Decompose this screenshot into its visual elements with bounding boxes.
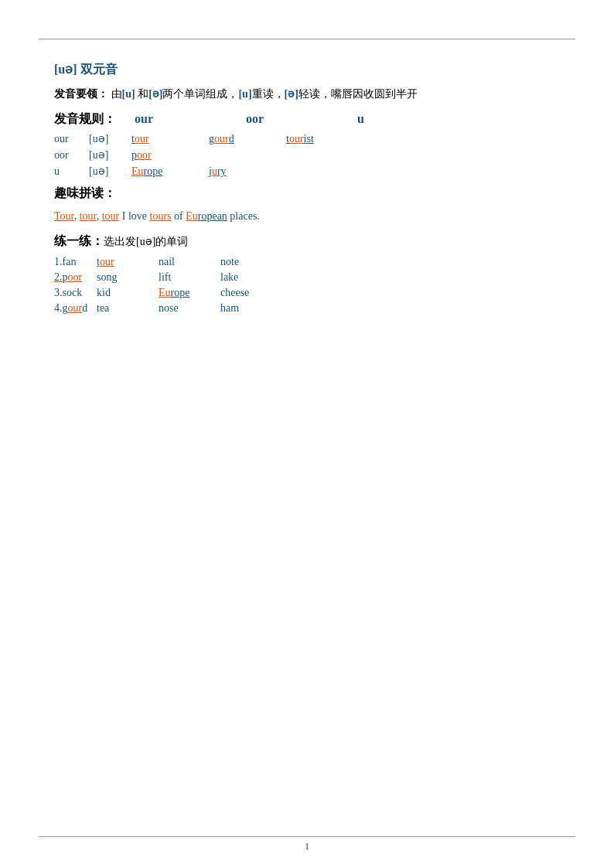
- rules-header-our: our: [135, 112, 196, 126]
- practice-row-3: 3.sock kid Europe cheese: [54, 287, 560, 299]
- fun-word-tours: tours: [150, 210, 172, 222]
- rule-row-our: our [uə] tour gourd tourist: [54, 132, 560, 145]
- phonetic-oor: [uə]: [89, 148, 131, 162]
- pr3-w1: kid: [97, 287, 159, 299]
- page-number: 1: [0, 841, 614, 853]
- pr1-w3: note: [220, 256, 290, 268]
- phonetic-u: [uə]: [89, 165, 131, 178]
- rules-title-text: 发音规则：: [54, 112, 116, 125]
- fun-word-ropean: ropean: [198, 210, 227, 222]
- pr1-num: 1.fan: [54, 256, 97, 268]
- practice-title: 练一练：选出发[uə]的单词: [54, 233, 560, 250]
- practice-rows: 1.fan tour nail note 2.poor song lift la…: [54, 256, 560, 315]
- top-border: [39, 39, 575, 39]
- fun-title: 趣味拼读：: [54, 186, 560, 202]
- word-europe: Europe: [131, 165, 209, 178]
- rule-row-oor: oor [uə] poor: [54, 148, 560, 162]
- pr2-w1: song: [97, 271, 159, 284]
- word-jury: jury: [209, 165, 227, 178]
- rules-header-oor: oor: [246, 112, 308, 126]
- practice-row-1: 1.fan tour nail note: [54, 256, 560, 268]
- label-u: u: [54, 165, 89, 178]
- fun-text-places: places.: [227, 210, 260, 222]
- word-poor: poor: [131, 149, 209, 162]
- pr3-w3: cheese: [220, 287, 290, 299]
- word-gourd: gourd: [209, 133, 286, 145]
- rule-row-u: u [uə] Europe jury: [54, 165, 560, 178]
- practice-label: 练一练：: [54, 234, 104, 247]
- fun-text-of: of: [172, 210, 186, 222]
- practice-row-4: 4.gourd tea nose ham: [54, 302, 560, 315]
- word-tour: tour: [131, 133, 209, 145]
- pr1-w1: tour: [97, 256, 159, 268]
- phonetic-symbol: [uə] 双元音: [54, 63, 118, 76]
- pr2-num: 2.poor: [54, 271, 97, 284]
- label-our: our: [54, 133, 89, 145]
- desc-label: 发音要领：: [54, 88, 108, 100]
- label-oor: oor: [54, 149, 89, 162]
- phonetic-our: [uə]: [89, 132, 131, 145]
- desc-text: 由[u] 和[ə]两个单词组成，[u]重读，[ə]轻读，嘴唇因收圆到半开: [111, 88, 418, 100]
- pr2-w3: lake: [220, 271, 290, 284]
- pr4-w1: tea: [97, 302, 159, 315]
- bottom-border: [39, 836, 575, 837]
- fun-text-middle: I love: [119, 210, 149, 222]
- pronunciation-desc: 发音要领： 由[u] 和[ə]两个单词组成，[u]重读，[ə]轻读，嘴唇因收圆到…: [54, 84, 560, 104]
- fun-sentence: Tour, tour, tour I love tours of Europea…: [54, 206, 560, 226]
- fun-word-tour2: tour: [102, 210, 120, 222]
- pr3-num: 3.sock: [54, 287, 97, 299]
- pr3-w2: Europe: [159, 287, 220, 299]
- pr4-w3: ham: [220, 302, 290, 315]
- section-title: [uə] 双元音: [54, 62, 560, 78]
- rules-title: 发音规则： our oor u: [54, 111, 560, 128]
- rules-header-u: u: [357, 112, 364, 125]
- fun-word-Tour: Tour: [54, 210, 74, 222]
- pr1-w2: nail: [159, 256, 220, 268]
- word-tourist: tourist: [286, 133, 314, 145]
- pr4-w2: nose: [159, 302, 220, 315]
- practice-subtitle: 选出发[uə]的单词: [104, 236, 188, 247]
- practice-row-2: 2.poor song lift lake: [54, 271, 560, 284]
- fun-word-eu: Eu: [186, 210, 198, 222]
- pr2-w2: lift: [159, 271, 220, 284]
- fun-word-tour1: tour: [80, 210, 97, 222]
- pr4-num: 4.gourd: [54, 302, 97, 315]
